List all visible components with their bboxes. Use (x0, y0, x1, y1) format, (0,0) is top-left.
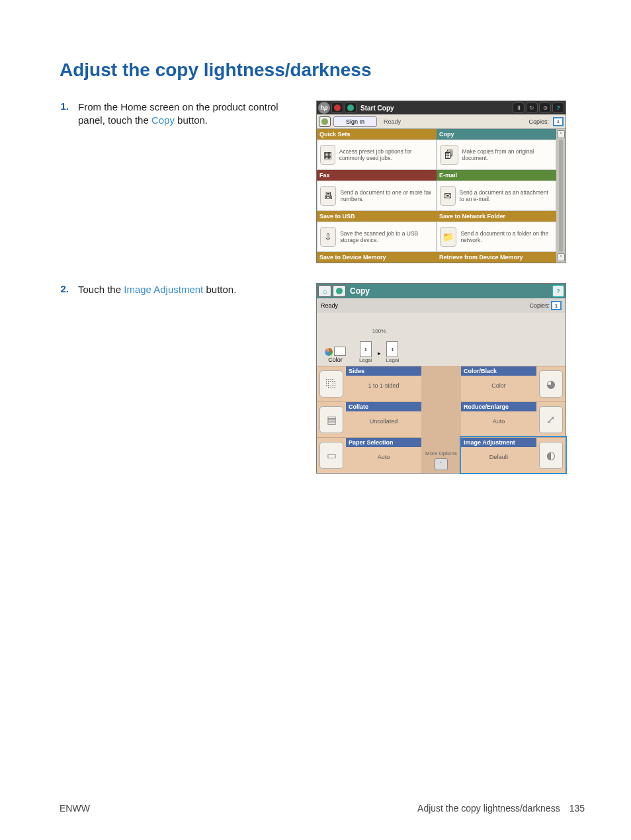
opt-title: Paper Selection (346, 438, 421, 447)
opt-title: Sides (346, 366, 421, 376)
tile-save-network[interactable]: Save to Network Folder📁Send a document t… (437, 211, 556, 252)
opt-value: 1 to 1-sided (346, 376, 421, 389)
s1-topbar: hp Start Copy ⏸ ↻ ⚙ ? (317, 101, 566, 114)
help-icon: ? (556, 288, 560, 294)
footer-left: ENWW (60, 803, 90, 814)
collate-icon: ▤ (319, 406, 343, 433)
home-icon: ⌂ (323, 287, 327, 295)
network-button[interactable]: ⚙ (539, 103, 551, 113)
step-1-post: button. (175, 114, 208, 126)
tile-header: Copy (437, 129, 556, 140)
stop-button[interactable] (331, 103, 343, 113)
step-1-number: 1. (60, 101, 78, 112)
reset-button[interactable]: ↻ (526, 103, 538, 113)
tile-copy[interactable]: Copy🗐Make copies from an original docume… (437, 129, 556, 170)
tile-header: Save to Network Folder (437, 211, 556, 222)
more-options-button[interactable]: ˅ (435, 458, 448, 470)
copy-icon: 🗐 (440, 145, 458, 165)
opt-color-black[interactable]: Color/BlackColor◕ (461, 366, 566, 401)
more-options-column: More Options ˅ (421, 366, 461, 473)
folder-icon: 📁 (440, 227, 456, 247)
email-icon: ✉ (440, 186, 456, 206)
status-indicator (319, 116, 331, 127)
tile-retrieve-device[interactable]: Retrieve from Device Memory (437, 252, 556, 263)
reset-icon: ↻ (529, 105, 534, 111)
opt-reduce-enlarge[interactable]: Reduce/EnlargeAuto⤢ (461, 401, 566, 437)
opt-value: Color (461, 376, 536, 389)
more-options-label: More Options (425, 451, 457, 457)
original-page: 1Legal (359, 341, 372, 363)
page-number: 135 (569, 803, 585, 814)
opt-title: Collate (346, 402, 421, 411)
tile-desc: Save the scanned job to a USB storage de… (340, 230, 433, 243)
page-title: Adjust the copy lightness/darkness (60, 60, 585, 81)
s1-scrollbar[interactable]: ˄ ˅ (556, 129, 566, 263)
scale-percent: 100% (372, 328, 386, 334)
help-button[interactable]: ? (552, 285, 564, 297)
output-page: 1Legal (386, 341, 400, 363)
color-black-icon: ◕ (539, 370, 563, 398)
copies-label: Copies: (529, 302, 550, 309)
tile-email[interactable]: E-mail✉Send a document as an attachment … (437, 170, 556, 211)
step-2: 2. Touch the Image Adjustment button. ⌂ … (60, 283, 585, 474)
status-ok-icon (321, 118, 328, 125)
scroll-track[interactable] (559, 140, 563, 252)
chevron-down-icon: ˅ (560, 255, 562, 261)
ready-label: Ready (321, 302, 338, 309)
s2-subbar: Ready Copies: 1 (317, 298, 566, 313)
tile-desc: Send a document to one or more fax numbe… (340, 189, 433, 202)
s2-options: ⿻Sides1 to 1-sided ▤CollateUncollated ▭P… (317, 366, 566, 473)
start-icon (336, 288, 343, 294)
scroll-down-button[interactable]: ˅ (557, 253, 565, 261)
step-2-text: Touch the Image Adjustment button. (78, 283, 316, 296)
home-button[interactable]: ⌂ (318, 285, 331, 297)
scroll-up-button[interactable]: ˄ (557, 130, 565, 138)
start-icon (347, 105, 354, 111)
step-2-link: Image Adjustment (124, 284, 203, 295)
tile-save-usb[interactable]: Save to USB⇩Save the scanned job to a US… (317, 211, 437, 252)
opt-title: Reduce/Enlarge (461, 402, 536, 411)
opt-collate[interactable]: ▤CollateUncollated (317, 401, 421, 437)
chevron-up-icon: ˄ (560, 132, 562, 138)
paper-icon: ▭ (319, 442, 343, 469)
opt-value: Uncollated (346, 411, 421, 425)
start-button[interactable] (345, 103, 357, 113)
screenshot-copy: ⌂ Copy ? Ready Copies: 1 Color (316, 283, 566, 474)
tile-header: E-mail (437, 170, 556, 181)
usb-icon: ⇩ (320, 227, 336, 247)
s2-topbar: ⌂ Copy ? (317, 284, 566, 298)
copies-input[interactable]: 1 (551, 301, 562, 310)
tile-header: Quick Sets (317, 129, 437, 140)
presets-icon: ▦ (320, 145, 335, 165)
sides-icon: ⿻ (319, 370, 343, 398)
s2-preview: Color 100% 1Legal ▸ 1Legal (317, 313, 566, 366)
opt-paper-selection[interactable]: ▭Paper SelectionAuto (317, 437, 421, 473)
opt-value: Auto (461, 411, 536, 425)
tile-header: Save to Device Memory (317, 252, 437, 263)
opt-image-adjustment[interactable]: Image AdjustmentDefault◐ (461, 437, 566, 473)
signin-button[interactable]: Sign In (333, 116, 377, 127)
page-footer: ENWW Adjust the copy lightness/darkness1… (60, 803, 585, 814)
footer-right: Adjust the copy lightness/darkness135 (417, 803, 585, 814)
scale-icon: ⤢ (539, 406, 563, 433)
copy-title: Copy (350, 286, 370, 296)
tile-save-device[interactable]: Save to Device Memory (317, 252, 437, 263)
copies-label: Copies: (528, 118, 549, 125)
opt-title: Image Adjustment (461, 438, 536, 447)
tile-header: Fax (317, 170, 437, 181)
tile-fax[interactable]: Fax🖷Send a document to one or more fax n… (317, 170, 437, 211)
color-wheel-icon (325, 348, 333, 356)
chevron-down-icon: ˅ (439, 461, 442, 468)
start-button[interactable] (333, 285, 346, 297)
screenshot-home: hp Start Copy ⏸ ↻ ⚙ ? Sign In (316, 101, 566, 263)
tile-desc: Send a document to a folder on the netwo… (460, 230, 553, 243)
opt-sides[interactable]: ⿻Sides1 to 1-sided (317, 366, 421, 401)
tile-quick-sets[interactable]: Quick Sets▦Access preset job options for… (317, 129, 437, 170)
network-icon: ⚙ (543, 105, 548, 111)
pause-button[interactable]: ⏸ (513, 103, 525, 113)
copies-input[interactable]: 1 (553, 117, 564, 126)
help-button[interactable]: ? (552, 103, 564, 113)
adjustment-icon: ◐ (539, 442, 563, 469)
tile-header: Save to USB (317, 211, 437, 222)
page-icon (334, 347, 346, 356)
